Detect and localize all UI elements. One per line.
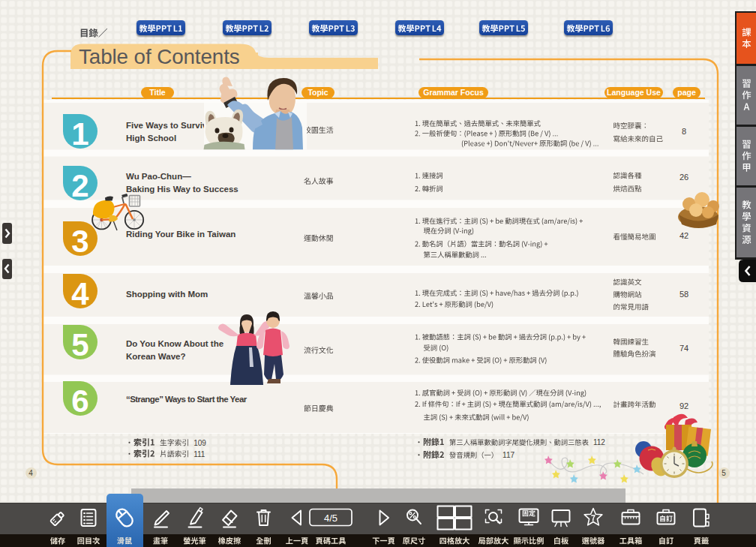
- svg-text:3: 3: [71, 224, 88, 259]
- svg-text:Language Use: Language Use: [607, 88, 661, 97]
- svg-text:4: 4: [71, 276, 89, 311]
- svg-text:74: 74: [680, 344, 688, 353]
- svg-text:5: 5: [71, 327, 88, 362]
- svg-text:“Strange” Ways to Start the Ye: “Strange” Ways to Start the Year: [126, 395, 248, 404]
- svg-text:8: 8: [682, 127, 686, 136]
- svg-text:Riding Your Bike in Taiwan: Riding Your Bike in Taiwan: [126, 230, 236, 239]
- svg-text:Five Ways to Survive: Five Ways to Survive: [126, 121, 212, 130]
- svg-text:Grammar Focus: Grammar Focus: [423, 88, 484, 97]
- svg-text:High School: High School: [126, 134, 176, 143]
- svg-text:Korean Wave?: Korean Wave?: [126, 352, 185, 361]
- svg-text:Shopping with Mom: Shopping with Mom: [126, 290, 208, 299]
- svg-text:Do You Know About the: Do You Know About the: [126, 339, 224, 348]
- svg-text:42: 42: [680, 231, 688, 240]
- svg-text:26: 26: [680, 173, 688, 182]
- svg-text:117: 117: [502, 451, 514, 459]
- svg-text:92: 92: [680, 401, 688, 410]
- svg-text:6: 6: [71, 383, 88, 419]
- svg-text:4: 4: [28, 469, 33, 477]
- svg-text:Table of Contents: Table of Contents: [79, 45, 240, 68]
- svg-text:112: 112: [593, 438, 605, 446]
- svg-text:Baking His Way to Success: Baking His Way to Success: [126, 185, 238, 194]
- svg-text:5: 5: [722, 469, 726, 477]
- svg-text:1: 1: [71, 116, 88, 152]
- svg-text:page: page: [677, 88, 696, 97]
- svg-text:58: 58: [680, 290, 688, 299]
- svg-text:109: 109: [194, 439, 206, 447]
- svg-text:Title: Title: [149, 88, 166, 97]
- svg-text:Wu Pao-Chun—: Wu Pao-Chun—: [126, 172, 191, 181]
- svg-text:Topic: Topic: [308, 88, 328, 97]
- svg-text:2: 2: [71, 168, 88, 203]
- svg-text:111: 111: [194, 450, 206, 458]
- svg-text:4/5: 4/5: [324, 512, 338, 524]
